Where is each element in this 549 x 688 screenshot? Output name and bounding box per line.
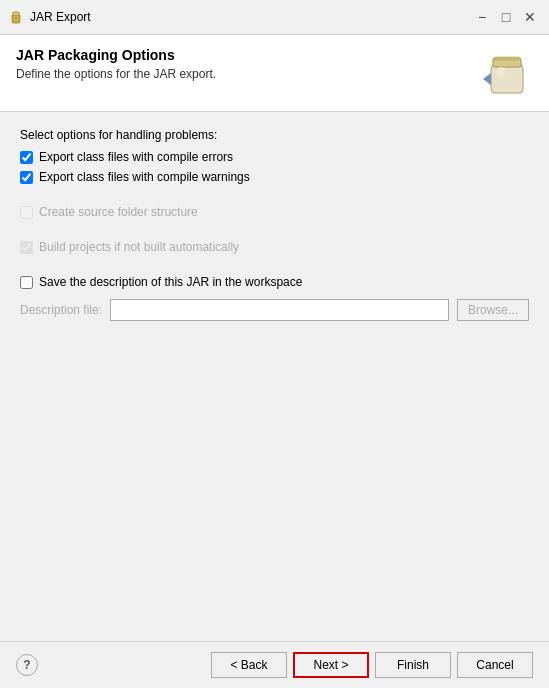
description-file-row: Description file: Browse... bbox=[20, 299, 529, 321]
minimize-button[interactable]: − bbox=[471, 6, 493, 28]
svg-rect-5 bbox=[495, 57, 519, 60]
problems-label: Select options for handling problems: bbox=[20, 128, 529, 142]
compile-errors-label: Export class files with compile errors bbox=[39, 150, 233, 164]
jar-icon-graphic bbox=[483, 47, 531, 99]
window-title: JAR Export bbox=[30, 10, 471, 24]
compile-warnings-checkbox[interactable] bbox=[20, 171, 33, 184]
footer-buttons: < Back Next > Finish Cancel bbox=[211, 652, 533, 678]
build-projects-label: Build projects if not built automaticall… bbox=[39, 240, 239, 254]
header-text: JAR Packaging Options Define the options… bbox=[16, 47, 481, 81]
back-button[interactable]: < Back bbox=[211, 652, 287, 678]
source-folder-label: Create source folder structure bbox=[39, 205, 198, 219]
window-controls: − □ ✕ bbox=[471, 6, 541, 28]
checkbox-source-folder-row: Create source folder structure bbox=[20, 205, 529, 219]
checkbox-save-description-row: Save the description of this JAR in the … bbox=[20, 275, 529, 289]
save-description-label: Save the description of this JAR in the … bbox=[39, 275, 302, 289]
header-title: JAR Packaging Options bbox=[16, 47, 481, 63]
svg-marker-7 bbox=[483, 73, 491, 85]
svg-point-2 bbox=[13, 13, 19, 15]
maximize-button[interactable]: □ bbox=[495, 6, 517, 28]
description-file-input[interactable] bbox=[110, 299, 449, 321]
svg-rect-3 bbox=[491, 65, 523, 93]
content-section: Select options for handling problems: Ex… bbox=[0, 112, 549, 641]
compile-warnings-label: Export class files with compile warnings bbox=[39, 170, 250, 184]
checkbox-build-projects-row: Build projects if not built automaticall… bbox=[20, 240, 529, 254]
jar-icon bbox=[8, 9, 24, 25]
checkbox-compile-warnings-row: Export class files with compile warnings bbox=[20, 170, 529, 184]
cancel-button[interactable]: Cancel bbox=[457, 652, 533, 678]
title-bar: JAR Export − □ ✕ bbox=[0, 0, 549, 35]
build-projects-checkbox[interactable] bbox=[20, 241, 33, 254]
header-subtitle: Define the options for the JAR export. bbox=[16, 67, 481, 81]
svg-point-6 bbox=[497, 66, 505, 78]
next-button[interactable]: Next > bbox=[293, 652, 369, 678]
help-button[interactable]: ? bbox=[16, 654, 38, 676]
dialog-body: JAR Packaging Options Define the options… bbox=[0, 35, 549, 641]
description-file-label: Description file: bbox=[20, 303, 102, 317]
jar-export-icon bbox=[481, 47, 533, 99]
close-button[interactable]: ✕ bbox=[519, 6, 541, 28]
checkbox-compile-errors-row: Export class files with compile errors bbox=[20, 150, 529, 164]
source-folder-checkbox[interactable] bbox=[20, 206, 33, 219]
compile-errors-checkbox[interactable] bbox=[20, 151, 33, 164]
svg-rect-0 bbox=[12, 14, 20, 23]
save-description-checkbox[interactable] bbox=[20, 276, 33, 289]
browse-button[interactable]: Browse... bbox=[457, 299, 529, 321]
finish-button[interactable]: Finish bbox=[375, 652, 451, 678]
header-section: JAR Packaging Options Define the options… bbox=[0, 35, 549, 112]
footer: ? < Back Next > Finish Cancel bbox=[0, 641, 549, 688]
